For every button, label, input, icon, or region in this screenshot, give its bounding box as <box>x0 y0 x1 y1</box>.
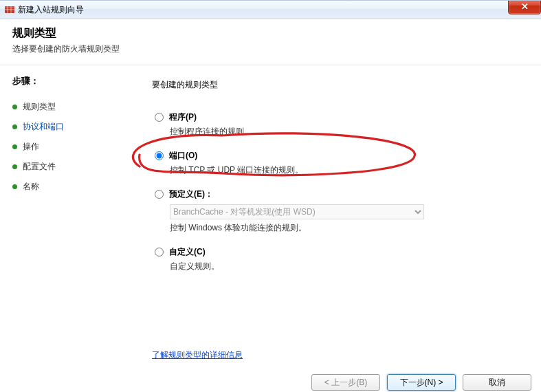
option-custom-label: 自定义(C) <box>169 246 206 258</box>
radio-custom[interactable] <box>155 248 164 257</box>
page-title: 规则类型 <box>12 26 529 41</box>
steps-label: 步骤： <box>12 75 127 87</box>
option-port-desc: 控制 TCP 或 UDP 端口连接的规则。 <box>170 164 526 176</box>
bullet-icon <box>12 105 17 109</box>
steps-list: 规则类型 协议和端口 操作 配置文件 名称 <box>12 97 127 197</box>
step-label: 规则类型 <box>23 101 56 113</box>
step-protocol-port[interactable]: 协议和端口 <box>12 117 127 137</box>
step-name[interactable]: 名称 <box>12 177 127 197</box>
bullet-icon <box>12 164 17 169</box>
close-icon: ✕ <box>521 2 529 11</box>
option-port-label: 端口(O) <box>169 150 197 162</box>
option-predefined: 预定义(E)： BranchCache - 对等机发现(使用 WSD) 控制 W… <box>152 188 526 234</box>
predefined-select[interactable]: BranchCache - 对等机发现(使用 WSD) <box>170 204 424 219</box>
bullet-icon <box>12 144 17 149</box>
bullet-icon <box>12 184 17 189</box>
window-title: 新建入站规则向导 <box>18 4 84 16</box>
titlebar: 新建入站规则向导 ✕ <box>0 1 541 19</box>
radio-program[interactable] <box>155 113 164 122</box>
radio-port[interactable] <box>155 151 164 160</box>
step-label: 名称 <box>23 181 39 193</box>
page-subtitle: 选择要创建的防火墙规则类型 <box>12 43 529 55</box>
wizard-header: 规则类型 选择要创建的防火墙规则类型 <box>0 19 541 65</box>
svg-rect-1 <box>5 6 14 8</box>
option-port: 端口(O) 控制 TCP 或 UDP 端口连接的规则。 <box>152 150 526 176</box>
step-profile[interactable]: 配置文件 <box>12 157 127 177</box>
step-rule-type[interactable]: 规则类型 <box>12 97 127 117</box>
close-button[interactable]: ✕ <box>508 0 541 14</box>
step-label: 操作 <box>23 141 39 153</box>
cancel-button[interactable]: 取消 <box>463 374 531 391</box>
option-custom-desc: 自定义规则。 <box>170 261 526 272</box>
content-prompt: 要创建的规则类型 <box>152 79 526 91</box>
learn-more-link[interactable]: 了解规则类型的详细信息 <box>152 349 243 361</box>
wizard-window: 新建入站规则向导 ✕ 规则类型 选择要创建的防火墙规则类型 步骤： 规则类型 协… <box>0 0 541 392</box>
step-label: 配置文件 <box>23 161 56 173</box>
option-predefined-desc: 控制 Windows 体验功能连接的规则。 <box>170 222 526 234</box>
wizard-body: 步骤： 规则类型 协议和端口 操作 配置文件 <box>0 65 541 368</box>
option-predefined-label: 预定义(E)： <box>169 188 213 200</box>
option-program-label: 程序(P) <box>169 111 197 123</box>
bullet-icon <box>12 124 17 129</box>
next-button[interactable]: 下一步(N) > <box>387 374 456 391</box>
wizard-footer: < 上一步(B) 下一步(N) > 取消 <box>0 368 541 392</box>
step-action[interactable]: 操作 <box>12 137 127 157</box>
firewall-icon <box>4 4 15 15</box>
option-program-desc: 控制程序连接的规则。 <box>170 126 526 138</box>
step-label: 协议和端口 <box>23 121 64 133</box>
option-custom: 自定义(C) 自定义规则。 <box>152 246 526 272</box>
radio-predefined[interactable] <box>155 190 164 199</box>
option-program: 程序(P) 控制程序连接的规则。 <box>152 111 526 138</box>
steps-sidebar: 步骤： 规则类型 协议和端口 操作 配置文件 <box>0 65 134 368</box>
wizard-content: 要创建的规则类型 程序(P) 控制程序连接的规则。 端口(O) 控制 TCP 或… <box>134 65 541 368</box>
back-button[interactable]: < 上一步(B) <box>311 374 380 391</box>
